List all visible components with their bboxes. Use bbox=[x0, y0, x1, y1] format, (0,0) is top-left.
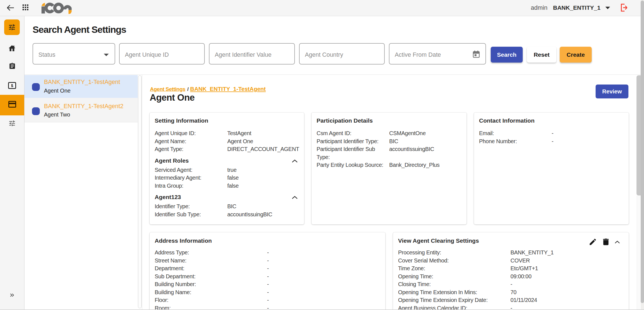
svg-text:$: $ bbox=[11, 83, 13, 88]
